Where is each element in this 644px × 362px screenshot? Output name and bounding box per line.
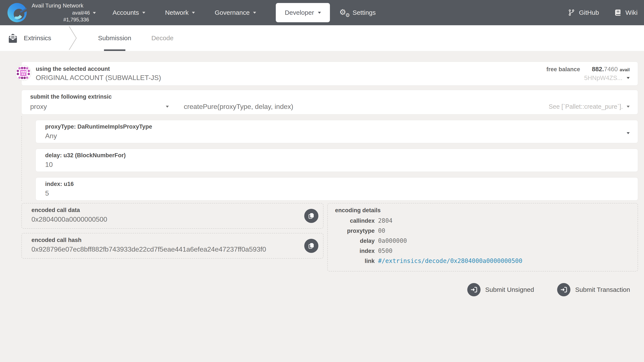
account-dropdown[interactable]: using the selected account ORIGINAL ACCO… bbox=[36, 66, 161, 82]
avail-logo[interactable] bbox=[6, 2, 28, 23]
balance-unit: avail bbox=[620, 67, 630, 72]
network-selector[interactable]: Avail Turing Network avail/46 #1,795,336 bbox=[32, 2, 96, 22]
menu-accounts[interactable]: Accounts bbox=[112, 9, 145, 16]
chevron-down-icon bbox=[142, 12, 145, 14]
submit-unsigned-label: Submit Unsigned bbox=[485, 286, 534, 293]
free-balance: free balance 882. 7460 avail bbox=[546, 66, 630, 73]
chevron-down-icon bbox=[93, 12, 96, 14]
balance-fraction: 7460 bbox=[604, 66, 618, 73]
account-select-row: using the selected account ORIGINAL ACCO… bbox=[22, 62, 638, 86]
github-link[interactable]: GitHub bbox=[568, 9, 599, 16]
tab-divider bbox=[68, 26, 78, 51]
tab-submission-label: Submission bbox=[98, 34, 131, 42]
menu-accounts-label: Accounts bbox=[112, 9, 139, 16]
menu-settings-label: Settings bbox=[352, 9, 376, 16]
encoded-call-hash-box: encoded call hash 0x928796e07ec8bff882fb… bbox=[22, 233, 324, 259]
tab-decode-label: Decode bbox=[151, 34, 173, 42]
extrinsic-params: proxyType: DaRuntimeImplsProxyType Any d… bbox=[22, 116, 638, 201]
param-delay-value: 10 bbox=[45, 161, 629, 168]
param-delay-label: delay: u32 (BlockNumberFor) bbox=[45, 152, 629, 159]
gears-icon: ⚙⚙ bbox=[339, 8, 350, 17]
detail-row-callindex: callindex 2804 bbox=[335, 217, 633, 224]
index-label: index bbox=[335, 248, 375, 254]
param-proxytype[interactable]: proxyType: DaRuntimeImplsProxyType Any bbox=[36, 120, 638, 143]
section-extrinsics[interactable]: Extrinsics bbox=[8, 25, 51, 51]
param-proxytype-label: proxyType: DaRuntimeImplsProxyType bbox=[45, 124, 629, 130]
tab-decode[interactable]: Decode bbox=[151, 25, 173, 51]
index-value: 0500 bbox=[378, 247, 392, 254]
envelope-open-icon bbox=[8, 33, 18, 44]
menu-network-label: Network bbox=[165, 9, 188, 16]
submit-transaction-button[interactable]: Submit Transaction bbox=[557, 283, 630, 296]
copy-call-data-button[interactable] bbox=[304, 209, 318, 223]
callindex-value: 2804 bbox=[378, 217, 392, 224]
block-number: #1,795,336 bbox=[32, 17, 96, 23]
chevron-down-icon bbox=[627, 132, 630, 134]
account-address-toggle[interactable]: 5HNpW4ZS... bbox=[546, 74, 630, 82]
param-delay[interactable]: delay: u32 (BlockNumberFor) 10 bbox=[36, 149, 638, 172]
tab-submission[interactable]: Submission bbox=[98, 25, 131, 51]
main-menu: Accounts Network Governance Developer ⚙⚙… bbox=[112, 0, 376, 25]
chevron-down-icon bbox=[253, 12, 256, 14]
git-branch-icon bbox=[568, 9, 575, 16]
menu-network[interactable]: Network bbox=[165, 9, 195, 16]
detail-row-delay: delay 0a000000 bbox=[335, 237, 633, 244]
section-extrinsics-label: Extrinsics bbox=[24, 34, 51, 42]
menu-governance[interactable]: Governance bbox=[214, 9, 256, 16]
menu-developer-label: Developer bbox=[285, 9, 314, 16]
menu-governance-label: Governance bbox=[214, 9, 250, 16]
free-balance-label: free balance bbox=[546, 66, 580, 73]
param-index[interactable]: index: u16 5 bbox=[36, 177, 638, 200]
detail-row-proxytype: proxytype 00 bbox=[335, 227, 633, 234]
method-doc-toggle[interactable]: See [`Pallet::create_pure`]. bbox=[548, 103, 630, 110]
method-dropdown[interactable]: createPure(proxyType, delay, index) bbox=[184, 103, 293, 110]
github-label: GitHub bbox=[579, 9, 599, 16]
param-proxytype-value: Any bbox=[45, 132, 629, 140]
submit-unsigned-button[interactable]: Submit Unsigned bbox=[467, 283, 534, 296]
extrinsic-select-row: submit the following extrinsic proxy cre… bbox=[22, 90, 638, 114]
sign-in-icon bbox=[467, 283, 480, 296]
decode-link[interactable]: #/extrinsics/decode/0x2804000a0000000500 bbox=[378, 258, 522, 264]
balance-integer: 882. bbox=[592, 66, 604, 73]
encoded-call-data-box: encoded call data 0x2804000a0000000500 bbox=[22, 203, 324, 229]
encoded-call-hash-label: encoded call hash bbox=[32, 237, 298, 244]
submit-actions: Submit Unsigned Submit Transaction bbox=[22, 283, 630, 296]
wiki-link[interactable]: Wiki bbox=[614, 9, 638, 16]
detail-row-link: link #/extrinsics/decode/0x2804000a00000… bbox=[335, 258, 633, 264]
link-label: link bbox=[335, 258, 375, 264]
copy-icon bbox=[308, 212, 315, 220]
encoded-call-hash-value: 0x928796e07ec8bff882fb743933de22cd7f5eae… bbox=[32, 246, 298, 253]
submit-transaction-label: Submit Transaction bbox=[575, 286, 630, 293]
account-select-label: using the selected account bbox=[36, 66, 161, 72]
param-index-value: 5 bbox=[45, 189, 629, 197]
param-index-label: index: u16 bbox=[45, 181, 629, 188]
account-address-short: 5HNpW4ZS... bbox=[584, 74, 622, 82]
pallet-value: proxy bbox=[30, 103, 47, 110]
account-identicon[interactable] bbox=[15, 65, 32, 81]
chevron-down-icon bbox=[166, 106, 169, 108]
extrinsics-submission-page: using the selected account ORIGINAL ACCO… bbox=[0, 51, 644, 296]
proxytype-value: 00 bbox=[378, 227, 385, 234]
proxytype-label: proxytype bbox=[335, 228, 375, 234]
delay-label: delay bbox=[335, 238, 375, 244]
chain-spec: avail/46 bbox=[72, 10, 90, 16]
chevron-down-icon bbox=[627, 106, 630, 108]
detail-row-index: index 0500 bbox=[335, 247, 633, 254]
callindex-label: callindex bbox=[335, 218, 375, 224]
pallet-dropdown[interactable]: proxy bbox=[30, 103, 169, 110]
menu-settings[interactable]: ⚙⚙ Settings bbox=[339, 8, 376, 17]
top-navigation-bar: Avail Turing Network avail/46 #1,795,336… bbox=[0, 0, 644, 25]
encoding-details-title: encoding details bbox=[335, 207, 633, 214]
menu-developer-active[interactable]: Developer bbox=[276, 3, 330, 22]
encoded-call-data-value: 0x2804000a0000000500 bbox=[32, 216, 298, 223]
encoding-details-box: encoding details callindex 2804 proxytyp… bbox=[327, 203, 638, 272]
chevron-down-icon bbox=[192, 12, 195, 14]
network-name: Avail Turing Network bbox=[32, 2, 96, 9]
chevron-down-icon bbox=[627, 77, 630, 79]
sign-in-icon bbox=[557, 283, 570, 296]
book-icon bbox=[614, 9, 622, 16]
copy-icon bbox=[308, 242, 315, 250]
method-value: createPure(proxyType, delay, index) bbox=[184, 103, 293, 110]
wiki-label: Wiki bbox=[626, 9, 638, 16]
copy-call-hash-button[interactable] bbox=[304, 239, 318, 253]
